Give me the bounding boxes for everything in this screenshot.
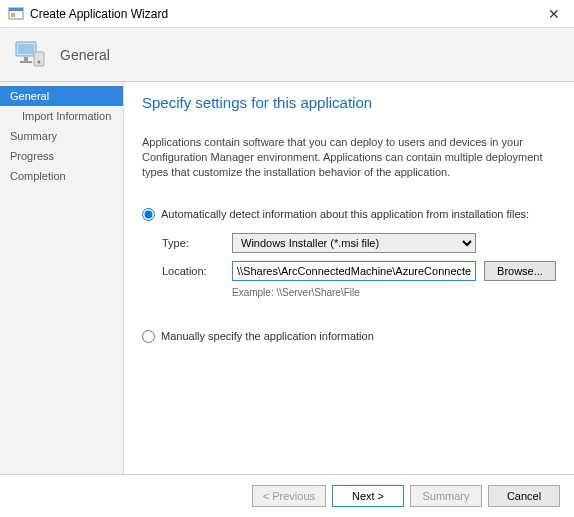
cancel-button[interactable]: Cancel — [488, 485, 560, 507]
next-button[interactable]: Next > — [332, 485, 404, 507]
sidebar-step-completion[interactable]: Completion — [0, 166, 123, 186]
svg-rect-6 — [20, 61, 32, 63]
radio-manual-specify[interactable] — [142, 330, 155, 343]
page-description: Applications contain software that you c… — [142, 135, 556, 180]
app-icon — [8, 6, 24, 22]
wizard-body: General Import Information Summary Progr… — [0, 82, 574, 474]
titlebar: Create Application Wizard ✕ — [0, 0, 574, 28]
svg-rect-5 — [24, 57, 28, 61]
form-grid: Type: Windows Installer (*.msi file) Loc… — [162, 233, 556, 298]
svg-point-8 — [38, 60, 41, 63]
svg-rect-2 — [11, 13, 15, 17]
type-select[interactable]: Windows Installer (*.msi file) — [232, 233, 476, 253]
location-label: Location: — [162, 265, 224, 277]
summary-button: Summary — [410, 485, 482, 507]
location-input[interactable] — [232, 261, 476, 281]
sidebar-step-progress[interactable]: Progress — [0, 146, 123, 166]
sidebar-step-summary[interactable]: Summary — [0, 126, 123, 146]
sidebar-step-general[interactable]: General — [0, 86, 123, 106]
radio-row-auto[interactable]: Automatically detect information about t… — [142, 208, 556, 221]
computer-icon — [14, 38, 48, 72]
window-title: Create Application Wizard — [30, 7, 542, 21]
previous-button: < Previous — [252, 485, 326, 507]
content-pane: Specify settings for this application Ap… — [124, 82, 574, 474]
browse-button[interactable]: Browse... — [484, 261, 556, 281]
header-heading: General — [60, 47, 110, 63]
location-example: Example: \\Server\Share\File — [232, 287, 556, 298]
radio-auto-detect[interactable] — [142, 208, 155, 221]
radio-auto-label: Automatically detect information about t… — [161, 208, 529, 220]
type-label: Type: — [162, 237, 224, 249]
svg-rect-4 — [18, 44, 34, 54]
close-icon[interactable]: ✕ — [542, 6, 566, 22]
sidebar-step-import-information[interactable]: Import Information — [0, 106, 123, 126]
radio-row-manual[interactable]: Manually specify the application informa… — [142, 330, 556, 343]
header-band: General — [0, 28, 574, 82]
radio-manual-label: Manually specify the application informa… — [161, 330, 374, 342]
svg-rect-7 — [34, 52, 44, 66]
svg-rect-1 — [9, 8, 23, 11]
sidebar: General Import Information Summary Progr… — [0, 82, 124, 474]
footer: < Previous Next > Summary Cancel — [0, 474, 574, 516]
page-title: Specify settings for this application — [142, 94, 556, 111]
